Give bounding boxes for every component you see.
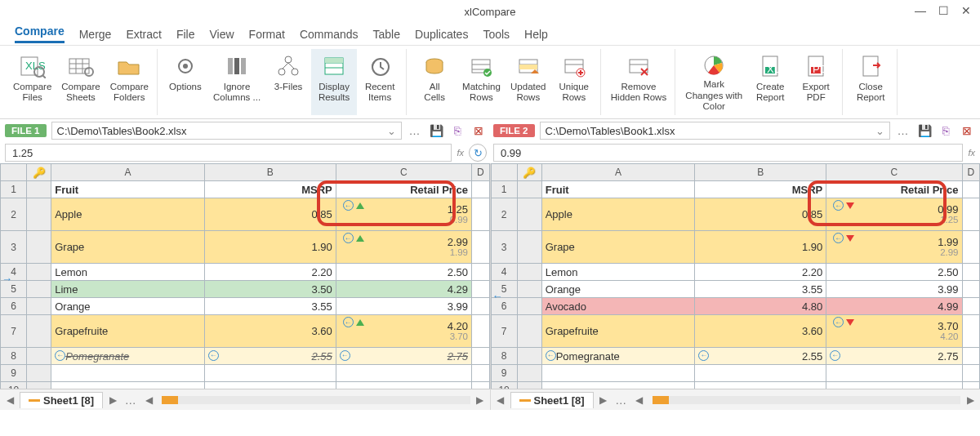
gear-icon xyxy=(172,52,199,80)
file1-close-icon[interactable]: ⊠ xyxy=(470,122,487,139)
table-row[interactable]: 8← Pomegranate← 2.55← 2.75 xyxy=(491,348,980,365)
ribbon-close-report-button[interactable]: Close Report xyxy=(848,49,893,115)
row-arrow-icon[interactable]: → xyxy=(2,273,12,285)
menu-help[interactable]: Help xyxy=(524,28,548,41)
file1-saveas-icon[interactable]: ⎘ xyxy=(449,122,466,139)
file2-more-button[interactable]: … xyxy=(895,122,911,139)
minimize-button[interactable]: — xyxy=(911,3,929,18)
ribbon-allcells-button[interactable]: All Cells xyxy=(412,49,457,115)
ribbon-sheets-button[interactable]: Compare Sheets xyxy=(56,49,105,115)
ribbon-color-button[interactable]: Mark Changes with Color xyxy=(680,49,747,115)
table-row[interactable]: 5Lime3.504.29 xyxy=(1,281,490,298)
file1-save-icon[interactable]: 💾 xyxy=(428,122,444,139)
ribbon-folders-button[interactable]: Compare Folders xyxy=(105,49,154,115)
menu-duplicates[interactable]: Duplicates xyxy=(415,28,468,41)
ribbon-xls-compare-button[interactable]: XLSCompare Files xyxy=(8,49,56,115)
file1-more-button[interactable]: … xyxy=(407,122,423,139)
ribbon-results-button[interactable]: Display Results xyxy=(311,49,357,115)
table-row[interactable]: 6Orange3.553.99 xyxy=(1,298,490,315)
svg-line-3 xyxy=(42,75,46,78)
table-row[interactable]: 7Grapefruite3.60←3.704.20 xyxy=(491,315,980,348)
sheet-tab[interactable]: Sheet1 [8] xyxy=(510,392,594,408)
ribbon-recent-button[interactable]: Recent Items xyxy=(357,49,403,115)
table-row[interactable]: 8← Pomegranate← 2.55← 2.75 xyxy=(1,348,490,365)
sync-button[interactable]: ↻ xyxy=(469,144,487,162)
svg-point-15 xyxy=(285,56,292,63)
sheet-prev-button[interactable]: ◀ xyxy=(494,394,507,406)
ribbon-columns-button[interactable]: Ignore Columns ... xyxy=(208,49,265,115)
sheet-more-button[interactable]: … xyxy=(613,392,630,408)
menu-tools[interactable]: Tools xyxy=(483,28,510,41)
file2-saveas-icon[interactable]: ⎘ xyxy=(938,122,954,139)
ribbon-unique-button[interactable]: Unique Rows xyxy=(551,49,597,115)
scroll-left-button[interactable]: ◀ xyxy=(142,394,155,406)
column-header[interactable]: B xyxy=(695,164,826,181)
sheet-tab[interactable]: Sheet1 [8] xyxy=(20,392,103,408)
table-row[interactable]: 3Grape1.90←1.992.99 xyxy=(491,231,980,264)
formula-bar-left[interactable]: 1.25 xyxy=(5,144,452,162)
column-header[interactable]: C xyxy=(336,164,471,181)
formula-bar-right[interactable]: 0.99 xyxy=(493,144,963,162)
menu-extract[interactable]: Extract xyxy=(126,28,162,41)
ribbon-report-pdf-button[interactable]: PDFExport PDF xyxy=(793,49,839,115)
menu-file[interactable]: File xyxy=(176,28,195,41)
ribbon-3files-button[interactable]: 3-Files xyxy=(265,49,311,115)
menu-compare[interactable]: Compare xyxy=(15,24,65,43)
file2-save-icon[interactable]: 💾 xyxy=(916,122,933,139)
table-row[interactable]: 9 xyxy=(491,365,980,382)
ribbon-remove-button[interactable]: Remove Hidden Rows xyxy=(606,49,671,115)
table-row[interactable]: 4Lemon2.202.50 xyxy=(1,264,490,281)
table-row[interactable]: 2Apple0.85←1.250.99 xyxy=(1,198,490,231)
table-row[interactable]: 6Avocado4.804.99 xyxy=(491,298,980,315)
table-row[interactable]: 10 xyxy=(1,382,490,389)
horizontal-scrollbar[interactable] xyxy=(653,396,960,404)
ribbon-report-xls-button[interactable]: XLSCreate Report xyxy=(747,49,793,115)
sheet-next-button[interactable]: ▶ xyxy=(106,394,119,406)
sheet-prev-button[interactable]: ◀ xyxy=(3,394,16,406)
column-header[interactable]: D xyxy=(962,164,979,181)
menu-view[interactable]: View xyxy=(210,28,234,41)
table-row[interactable]: 2Apple0.85←0.991.25 xyxy=(491,198,980,231)
scroll-right-button[interactable]: ▶ xyxy=(474,394,487,406)
sheet-more-button[interactable]: … xyxy=(122,392,139,408)
app-title: xlCompare xyxy=(465,6,516,18)
ribbon-gear-button[interactable]: Options xyxy=(163,49,208,115)
chevron-down-icon[interactable]: ⌄ xyxy=(387,125,396,137)
table-row[interactable]: 5Orange3.553.99 xyxy=(491,281,980,298)
column-header[interactable]: D xyxy=(472,164,489,181)
file1-path-input[interactable]: C:\Demo\Tables\Book2.xlsx ⌄ xyxy=(51,122,402,140)
report-xls-icon: XLS xyxy=(756,52,784,80)
column-header[interactable]: C xyxy=(826,164,962,181)
chevron-down-icon[interactable]: ⌄ xyxy=(875,125,884,137)
close-button[interactable]: ✕ xyxy=(957,3,975,18)
table-row[interactable]: 1FruitMSRPRetail Price xyxy=(491,181,980,198)
horizontal-scrollbar[interactable] xyxy=(162,396,470,404)
svg-rect-13 xyxy=(234,58,239,74)
menu-merge[interactable]: Merge xyxy=(79,28,112,41)
sheet-next-button[interactable]: ▶ xyxy=(597,394,610,406)
fx-icon[interactable]: fx xyxy=(457,148,464,158)
maximize-button[interactable]: ☐ xyxy=(934,3,952,18)
column-header[interactable]: B xyxy=(204,164,336,181)
table-row[interactable]: 10 xyxy=(491,382,980,389)
column-header[interactable]: A xyxy=(541,164,695,181)
table-row[interactable]: 7Grapefruite3.60←4.203.70 xyxy=(1,315,490,348)
scroll-left-button[interactable]: ◀ xyxy=(633,394,646,406)
row-arrow-icon[interactable]: ← xyxy=(492,290,503,302)
ribbon-match-button[interactable]: Matching Rows xyxy=(457,49,506,115)
table-row[interactable]: 1FruitMSRPRetail Price xyxy=(1,181,490,198)
scroll-right-button[interactable]: ▶ xyxy=(964,394,977,406)
menu-commands[interactable]: Commands xyxy=(300,28,359,41)
recent-icon xyxy=(366,52,394,80)
table-row[interactable]: 4Lemon2.202.50 xyxy=(491,264,980,281)
fx-icon[interactable]: fx xyxy=(968,148,975,158)
file2-close-icon[interactable]: ⊠ xyxy=(959,122,975,139)
file2-path-input[interactable]: C:\Demo\Tables\Book1.xlsx ⌄ xyxy=(540,122,890,140)
table-row[interactable]: 3Grape1.90←2.991.99 xyxy=(1,231,490,264)
table-row[interactable]: 9 xyxy=(1,365,490,382)
menu-format[interactable]: Format xyxy=(249,28,285,41)
column-header[interactable]: A xyxy=(51,164,205,181)
menu-table[interactable]: Table xyxy=(373,28,400,41)
ribbon-updated-button[interactable]: Updated Rows xyxy=(506,49,551,115)
svg-rect-4 xyxy=(69,59,89,73)
